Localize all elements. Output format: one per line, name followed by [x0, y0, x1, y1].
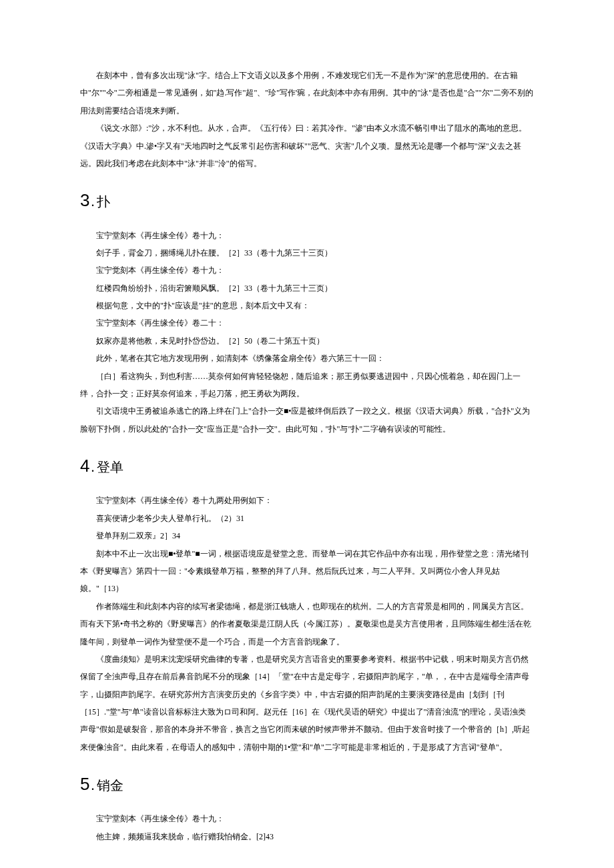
sec5-line-1: 宝宁堂刻本《再生缘全传》卷十九：: [80, 810, 534, 827]
heading-section-5: 5.销金: [80, 765, 534, 803]
section-5-title: 销金: [97, 778, 123, 793]
dot-separator: .: [91, 460, 94, 474]
sec3-line-6: 宝宁堂刻本《再生缘全传》卷二十：: [80, 314, 534, 332]
sec5-line-2: 他主婢，频频逼我来脱命，临行赠我怕销金。[2]43: [80, 828, 534, 845]
dot-separator: .: [91, 194, 94, 209]
sec3-line-10: 引文语境中王勇被追杀逃亡的路上绊在门上"合扑一交■•应是被绊倒后跌了一跤之义。根…: [80, 402, 534, 438]
sec3-line-4: 红楼四角纷纷扑，沿街宕箫顺风飘。［2］33（卷十九第三十三页）: [80, 280, 534, 297]
section-3-number: 3: [80, 190, 89, 210]
heading-section-3: 3.扑: [80, 181, 534, 220]
sec4-line-4: 刻本中不止一次出现■•登单"■一词，根据语境应是登堂之意。而登单一词在其它作品中…: [80, 545, 534, 598]
sec4-line-6: 《度曲须知》是明末沈宠绥研究曲律的专著，也是研究吴方言语音史的重要参考资料。根据…: [80, 650, 534, 756]
sec3-line-2: 刽子手，背金刀，捆缚绳儿扑在腰。［2］33（卷十九第三十三页）: [80, 244, 534, 262]
section-5-number: 5: [80, 774, 89, 794]
dot-separator: .: [91, 778, 94, 793]
intro-para-2: 《说文·水部》:"沙，水不利也。从水，合声。《五行传》曰：若其冷作。"渗"由本义…: [80, 119, 534, 172]
sec4-line-1: 宝宁堂刻本《再生缘全传》卷十九两处用例如下：: [80, 492, 534, 509]
sec4-line-5: 作者陈端生和此刻本内容的续写者梁德绳，都是浙江钱塘人，也即现在的杭州。二人的方言…: [80, 598, 534, 650]
sec3-line-9: ［白］看这狗头，到也利害……莫奈何如何肯轻轻饶恕，随后追来；那王勇似要逃进园中，…: [80, 368, 534, 403]
intro-para-1: 在刻本中，曾有多次出现"泳"字。结合上下文语义以及多个用例，不难发现它们无一不是…: [80, 67, 534, 119]
sec3-line-1: 宝宁堂刻本《再生缘全传》卷十九：: [80, 227, 534, 244]
section-4-title: 登单: [97, 460, 123, 474]
sec4-line-3: 登单拜别二双亲』2］34: [80, 527, 534, 544]
section-4-number: 4: [80, 456, 89, 476]
sec3-line-3: 宝宁觉刻本《再生缘全传》卷十九：: [80, 262, 534, 279]
heading-section-4: 4.登单: [80, 447, 534, 485]
sec3-line-8: 此外，笔者在其它地方发现用例，如清刻本《绣像落金扇全传》卷六第三十一回：: [80, 350, 534, 367]
sec4-line-2: 喜宾便请少老爷少夫人登单行礼。（2）31: [80, 510, 534, 527]
sec3-line-5: 根据句意，文中的"扑"应该是"挂"的意思，刻本后文中又有：: [80, 297, 534, 314]
section-3-title: 扑: [97, 194, 110, 209]
sec3-line-7: 奴家亦是将他教，未见时扑岱岱边。［2］50（卷二十第五十页）: [80, 332, 534, 350]
